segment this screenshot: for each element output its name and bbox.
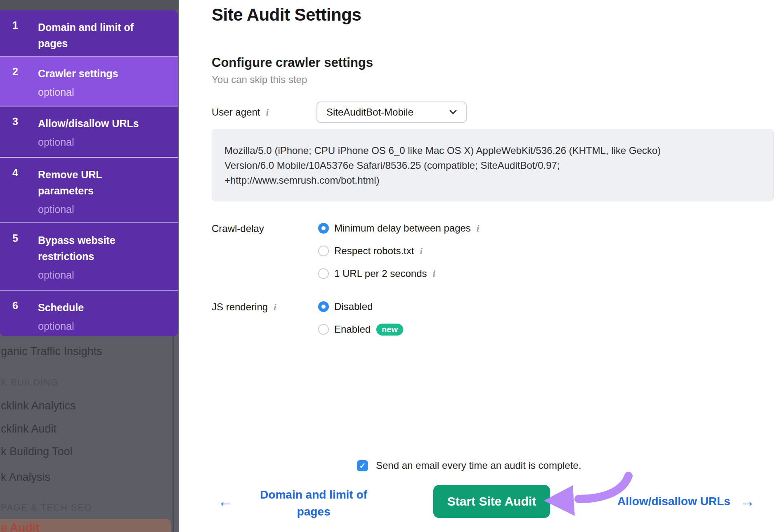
stepper-step-bypass-website-restrictions[interactable]: 5 Bypass website restrictions optional (0, 222, 178, 290)
sidebar-item-site-audit: e Audit (1, 521, 40, 532)
background-top-bar (0, 0, 179, 10)
step-title-line: Bypass website (38, 232, 171, 248)
check-icon: ✓ (359, 461, 366, 471)
step-title-line: Remove URL (38, 167, 171, 183)
next-step-link-label: Allow/disallow URLs (617, 495, 730, 508)
start-site-audit-button[interactable]: Start Site Audit (433, 485, 550, 518)
page-title: Site Audit Settings (212, 5, 361, 25)
next-step-link[interactable]: Allow/disallow URLs → (617, 493, 755, 510)
radio-js-disabled[interactable]: Disabled (318, 301, 373, 312)
skip-step-note: You can skip this step (212, 74, 307, 85)
radio-label[interactable]: Respect robots.txt (334, 245, 414, 257)
stepper-step-schedule[interactable]: 6 Schedule optional (0, 290, 178, 336)
new-badge: new (376, 324, 403, 336)
sidebar-item-backlink-audit: cklink Audit (1, 423, 57, 435)
step-optional-label: optional (38, 267, 171, 283)
email-notification-row[interactable]: ✓ Send an email every time an audit is c… (357, 460, 581, 471)
step-title-line: Crawler settings (38, 66, 171, 82)
step-number: 3 (12, 116, 18, 128)
crawl-delay-label: Crawl-delay (212, 223, 264, 234)
next-arrow-icon: → (740, 493, 755, 510)
step-optional-label: optional (38, 84, 171, 100)
user-agent-label: User agent (212, 106, 260, 118)
radio-one-url-per-two-seconds[interactable]: 1 URL per 2 seconds i (318, 268, 435, 279)
radio-label[interactable]: Enabled (334, 324, 371, 335)
sidebar-header-link-building: K BUILDING (1, 377, 59, 388)
sidebar-item-bulk-analysis: k Analysis (1, 471, 50, 484)
stepper-step-remove-url-parameters[interactable]: 4 Remove URL parameters optional (0, 157, 178, 222)
radio-button[interactable] (318, 246, 329, 256)
user-agent-string-line: Version/6.0 Mobile/10A5376e Safari/8536.… (224, 158, 761, 173)
stepper-step-crawler-settings[interactable]: 2 Crawler settings optional (0, 56, 178, 106)
step-title-line: parameters (38, 183, 171, 199)
info-icon[interactable]: i (266, 107, 269, 118)
sidebar-item-backlink-analytics: cklink Analytics (1, 400, 76, 412)
email-checkbox[interactable]: ✓ (357, 460, 368, 471)
radio-button-selected[interactable] (318, 301, 329, 312)
sidebar-header-on-page-tech-seo: PAGE & TECH SEO (1, 502, 92, 513)
sidebar-item-organic-traffic-insights: ganic Traffic Insights (1, 345, 102, 358)
radio-button-selected[interactable] (318, 223, 329, 234)
user-agent-selected-value: SiteAuditBot-Mobile (326, 106, 449, 118)
info-icon[interactable]: i (433, 268, 436, 279)
step-number: 5 (12, 232, 18, 244)
step-title-line: Allow/disallow URLs (38, 116, 171, 132)
info-icon[interactable]: i (274, 302, 276, 313)
radio-button[interactable] (318, 268, 329, 279)
stepper-step-domain-and-limit[interactable]: 1 Domain and limit of pages (0, 10, 178, 56)
step-title-line: Schedule (38, 300, 171, 316)
step-title-line: restrictions (38, 248, 171, 265)
sidebar-item-link-building-tool: k Building Tool (1, 445, 73, 458)
section-heading: Configure crawler settings (212, 55, 373, 70)
user-agent-string-line: Mozilla/5.0 (iPhone; CPU iPhone OS 6_0 l… (224, 143, 761, 158)
step-optional-label: optional (38, 201, 171, 218)
js-rendering-label: JS rendering (212, 301, 268, 313)
step-number: 2 (12, 66, 18, 78)
radio-label[interactable]: Disabled (334, 301, 373, 312)
user-agent-string-box: Mozilla/5.0 (iPhone; CPU iPhone OS 6_0 l… (212, 129, 774, 201)
step-number: 4 (12, 167, 18, 179)
chevron-down-icon (449, 110, 457, 115)
step-number: 6 (12, 300, 18, 312)
radio-minimum-delay[interactable]: Minimum delay between pages i (318, 222, 479, 234)
info-icon[interactable]: i (477, 223, 479, 234)
radio-label[interactable]: Minimum delay between pages (334, 222, 471, 234)
email-checkbox-label[interactable]: Send an email every time an audit is com… (376, 460, 581, 471)
step-title-line: Domain and limit of (38, 19, 171, 35)
user-agent-dropdown[interactable]: SiteAuditBot-Mobile (316, 102, 467, 123)
stepper-step-allow-disallow-urls[interactable]: 3 Allow/disallow URLs optional (0, 106, 178, 157)
step-title-line: pages (38, 35, 171, 52)
back-arrow-icon[interactable]: ← (218, 493, 233, 510)
radio-respect-robots-txt[interactable]: Respect robots.txt i (318, 245, 423, 257)
user-agent-string-line: +http://www.semrush.com/bot.html) (224, 173, 761, 188)
step-optional-label: optional (38, 134, 171, 150)
site-audit-settings-stepper: 1 Domain and limit of pages 2 Crawler se… (0, 10, 178, 336)
radio-label[interactable]: 1 URL per 2 seconds (334, 268, 427, 279)
step-optional-label: optional (38, 318, 171, 334)
step-number: 1 (12, 19, 18, 31)
radio-button[interactable] (318, 324, 329, 335)
radio-js-enabled[interactable]: Enabled new (318, 324, 403, 335)
info-icon[interactable]: i (420, 246, 423, 257)
prev-step-link[interactable]: Domain and limit of pages (250, 486, 378, 520)
